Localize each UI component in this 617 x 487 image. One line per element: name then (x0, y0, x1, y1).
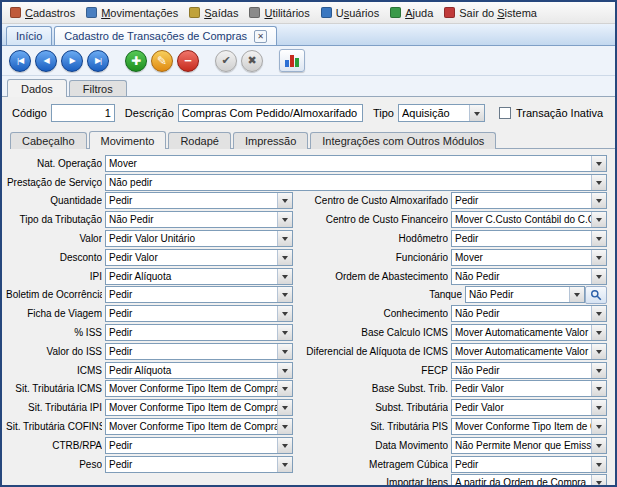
menu-ajuda[interactable]: Ajuda (386, 2, 440, 23)
dropdown[interactable]: Pedir (105, 286, 293, 303)
nav-next-button[interactable]: ▶ (61, 50, 83, 72)
add-button[interactable]: ✚ (125, 50, 147, 72)
nav-prev-button[interactable]: ◀ (35, 50, 57, 72)
menu-sair[interactable]: Sair do Sistema (440, 2, 544, 23)
search-button[interactable] (585, 286, 607, 304)
dropdown[interactable]: Pedir Alíquota (105, 362, 293, 379)
dropdown[interactable]: Pedir (451, 456, 607, 473)
dropdown[interactable]: Mover Conforme Tipo Item de Compra (105, 418, 293, 435)
dropdown[interactable]: Pedir (105, 456, 293, 473)
tab-inicio[interactable]: Início (6, 26, 52, 45)
descricao-input[interactable] (178, 104, 363, 122)
field-label-text: Subst. Tributária (375, 402, 448, 413)
field-label: Valor (6, 233, 102, 244)
dropdown[interactable]: Pedir (105, 324, 293, 341)
chevron-down-icon (277, 231, 292, 246)
tab-filtros[interactable]: Filtros (69, 80, 127, 97)
tab-movimento[interactable]: Movimento (89, 131, 167, 149)
tab-close-icon[interactable]: ✕ (254, 30, 267, 43)
tab-dados[interactable]: Dados (7, 79, 67, 97)
dropdown[interactable]: Não Pedir (451, 305, 607, 322)
dropdown[interactable]: Mover Conforme Tipo Item de Compra (105, 399, 293, 416)
chevron-down-icon (591, 269, 606, 284)
dropdown[interactable]: Pedir (105, 305, 293, 322)
dropdown[interactable]: Pedir Alíquota (105, 268, 293, 285)
dropdown[interactable]: Pedir Valor (451, 399, 607, 416)
menu-utilitarios[interactable]: Utilitários (245, 2, 316, 23)
dropdown[interactable]: Mover C.Custo Contábil do C.Custo Almox (451, 211, 607, 228)
chevron-down-icon (569, 287, 584, 302)
tab-rodape[interactable]: Rodapé (168, 132, 231, 149)
nav-first-button[interactable]: |◀ (9, 50, 31, 72)
tab-transacoes[interactable]: Cadastro de Transações de Compras✕ (54, 26, 277, 45)
dropdown-value: Mover Conforme Tipo Item de Compra (109, 383, 292, 394)
dropdown[interactable]: Mover (451, 249, 607, 266)
menu-saidas[interactable]: Saídas (185, 2, 245, 23)
field-label-text: Valor (79, 233, 102, 244)
menu-movimentacoes[interactable]: Movimentações (82, 2, 185, 23)
dropdown[interactable]: Não Pedir (451, 362, 607, 379)
dropdown-value: Não Pedir (455, 308, 516, 319)
field-label-text: Valor do ISS (47, 346, 102, 357)
codigo-input[interactable] (51, 104, 115, 122)
form-row: Sit. Tributária ICMSMover Conforme Tipo … (2, 380, 615, 399)
tab-cabecalho[interactable]: Cabeçalho (10, 132, 87, 149)
dropdown-value: Não Pedir (455, 271, 516, 282)
movimentacoes-icon (86, 7, 97, 18)
dropdown[interactable]: Mover Conforme Tipo Item de Compra (105, 380, 293, 397)
dropdown[interactable]: Pedir (451, 192, 607, 209)
dropdown[interactable]: Pedir Valor Unitário (105, 230, 293, 247)
chart-button[interactable] (279, 49, 305, 72)
chevron-down-icon (277, 193, 292, 208)
field-label-text: Tanque (429, 289, 462, 300)
transacao-inativa-checkbox[interactable] (499, 107, 511, 119)
dropdown[interactable]: Pedir (451, 230, 607, 247)
chevron-down-icon (591, 475, 606, 487)
dropdown[interactable]: Pedir Valor (451, 380, 607, 397)
edit-button[interactable]: ✎ (151, 50, 173, 72)
dropdown-value: Pedir Valor (455, 402, 521, 413)
delete-button[interactable]: − (177, 50, 199, 72)
dropdown[interactable]: A partir da Ordem de Compra (451, 474, 607, 487)
dropdown[interactable]: Pedir (105, 192, 293, 209)
menu-cadastros[interactable]: Cadastros (6, 2, 82, 23)
chevron-down-icon (591, 438, 606, 453)
confirm-button[interactable]: ✔ (215, 50, 237, 72)
sair-icon (444, 7, 455, 18)
dropdown[interactable]: Não pedir (105, 174, 607, 191)
tipo-dropdown[interactable]: Aquisição (398, 104, 485, 122)
dropdown[interactable]: Pedir Valor (105, 249, 293, 266)
dropdown-value: Mover Conforme Tipo Item de Compra (109, 421, 292, 432)
form-row: Importar ItensA partir da Ordem de Compr… (2, 474, 615, 487)
field-label-text: Boletim de Ocorrência (6, 289, 102, 300)
usuarios-icon (321, 7, 332, 18)
dropdown[interactable]: Pedir (105, 437, 293, 454)
app-window: CadastrosMovimentaçõesSaídasUtilitáriosU… (0, 0, 617, 487)
field-label: Ficha de Viagem (6, 308, 102, 319)
dropdown[interactable]: Pedir (105, 343, 293, 360)
dropdown[interactable]: Mover Conforme Tipo Item de Compra (451, 418, 607, 435)
dropdown[interactable]: Mover Automaticamente Valor dos Itens (451, 324, 607, 341)
dropdown[interactable]: Não Pedir (451, 268, 607, 285)
nav-last-button[interactable]: ▶| (87, 50, 109, 72)
chevron-down-icon (277, 269, 292, 284)
dropdown[interactable]: Não Pedir (465, 286, 585, 303)
dropdown[interactable]: Não Pedir (105, 211, 293, 228)
dropdown[interactable]: Não Permite Menor que Emissão da Nota (451, 437, 607, 454)
dropdown[interactable]: Mover Automaticamente Valor dos Itens (451, 343, 607, 360)
dropdown-value: Pedir Alíquota (109, 271, 188, 282)
chevron-down-icon (277, 250, 292, 265)
chevron-down-icon (277, 306, 292, 321)
dropdown-value: A partir da Ordem de Compra (455, 477, 603, 487)
field-label: Funcionário (299, 252, 448, 263)
dropdown-value: Não Pedir (455, 365, 516, 376)
cancel-button[interactable]: ✖ (241, 50, 263, 72)
tab-impressao[interactable]: Impressão (233, 132, 308, 149)
chevron-down-icon (277, 344, 292, 359)
form-row: Ficha de ViagemPedirConhecimentoNão Pedi… (2, 304, 615, 323)
dropdown[interactable]: Mover (105, 155, 607, 172)
tab-integracoes[interactable]: Integrações com Outros Módulos (310, 132, 496, 149)
dropdown-value: Mover Conforme Tipo Item de Compra (455, 421, 606, 432)
field-label-text: Importar Itens (386, 477, 448, 487)
menu-usuarios[interactable]: Usuários (317, 2, 386, 23)
